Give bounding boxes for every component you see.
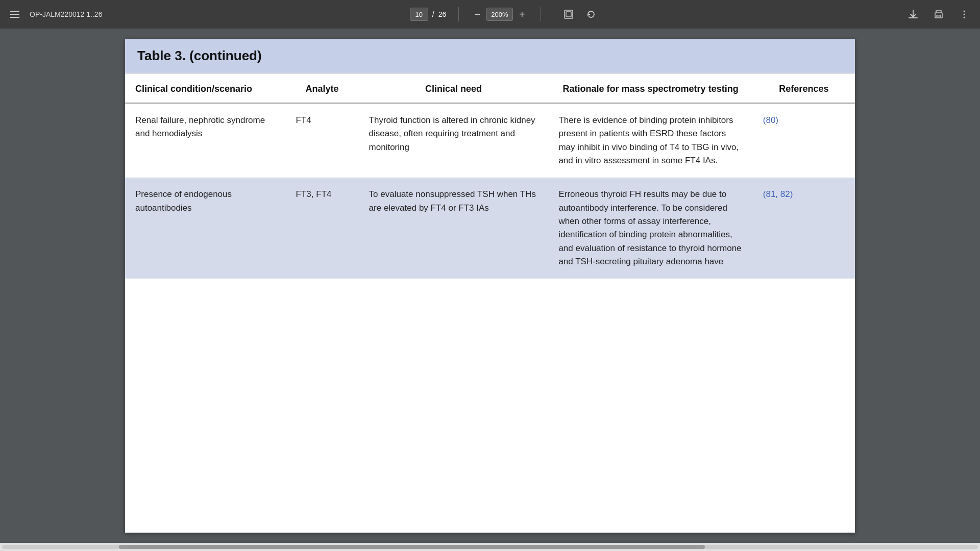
cell-refs-2: (81, 82): [753, 178, 855, 279]
svg-point-4: [963, 11, 965, 12]
filename-label: OP-JALM220012 1..26: [30, 10, 102, 18]
page-navigation: / 26: [410, 8, 446, 21]
table-header-row: Clinical condition/scenario Analyte Clin…: [125, 73, 855, 103]
pdf-page: Table 3. (continued) Clinical condition/…: [125, 39, 855, 533]
cell-rationale-2: Erroneous thyroid FH results may be due …: [548, 178, 752, 279]
svg-point-5: [963, 14, 965, 15]
data-table: Clinical condition/scenario Analyte Clin…: [125, 73, 855, 279]
cell-need-1: Thyroid function is altered in chronic k…: [359, 103, 549, 178]
cell-analyte-1: FT4: [286, 103, 359, 178]
scrollbar-track[interactable]: [2, 545, 978, 549]
header-clinical: Clinical condition/scenario: [125, 73, 286, 103]
header-need: Clinical need: [359, 73, 549, 103]
page-input[interactable]: [410, 8, 428, 21]
header-rationale: Rationale for mass spectrometry testing: [548, 73, 752, 103]
rotate-button[interactable]: [584, 7, 598, 21]
page-separator: /: [432, 10, 434, 18]
toolbar-right: [905, 7, 972, 22]
cell-clinical-1: Renal failure, nephrotic syndrome and he…: [125, 103, 286, 178]
svg-point-6: [963, 17, 965, 18]
header-references: References: [753, 73, 855, 103]
table-row: Renal failure, nephrotic syndrome and he…: [125, 103, 855, 178]
cell-clinical-2: Presence of endogenous autoantibodies: [125, 178, 286, 279]
pdf-area[interactable]: Table 3. (continued) Clinical condition/…: [0, 29, 980, 543]
download-button[interactable]: [905, 7, 921, 22]
cell-refs-1: (80): [753, 103, 855, 178]
fit-page-button[interactable]: [561, 7, 576, 21]
zoom-input[interactable]: [486, 8, 513, 21]
toolbar: OP-JALM220012 1..26 / 26 − +: [0, 0, 980, 29]
zoom-controls: − +: [471, 8, 528, 21]
table-title: Table 3. (continued): [137, 48, 843, 64]
page-total: 26: [438, 10, 447, 18]
view-actions: [561, 7, 598, 21]
menu-icon[interactable]: [8, 9, 21, 20]
scrollbar-thumb[interactable]: [119, 545, 704, 549]
divider-1: [458, 7, 459, 21]
more-options-button[interactable]: [957, 7, 972, 22]
table-title-bar: Table 3. (continued): [125, 39, 855, 73]
svg-rect-1: [566, 12, 571, 17]
zoom-in-button[interactable]: +: [516, 8, 528, 20]
horizontal-scrollbar[interactable]: [0, 543, 980, 551]
table-row: Presence of endogenous autoantibodies FT…: [125, 178, 855, 279]
cell-need-2: To evaluate nonsuppressed TSH when THs a…: [359, 178, 549, 279]
divider-2: [541, 7, 541, 21]
print-button[interactable]: [931, 7, 946, 22]
cell-rationale-1: There is evidence of binding protein inh…: [548, 103, 752, 178]
svg-rect-3: [937, 15, 941, 17]
zoom-out-button[interactable]: −: [471, 8, 483, 20]
header-analyte: Analyte: [286, 73, 359, 103]
cell-analyte-2: FT3, FT4: [286, 178, 359, 279]
